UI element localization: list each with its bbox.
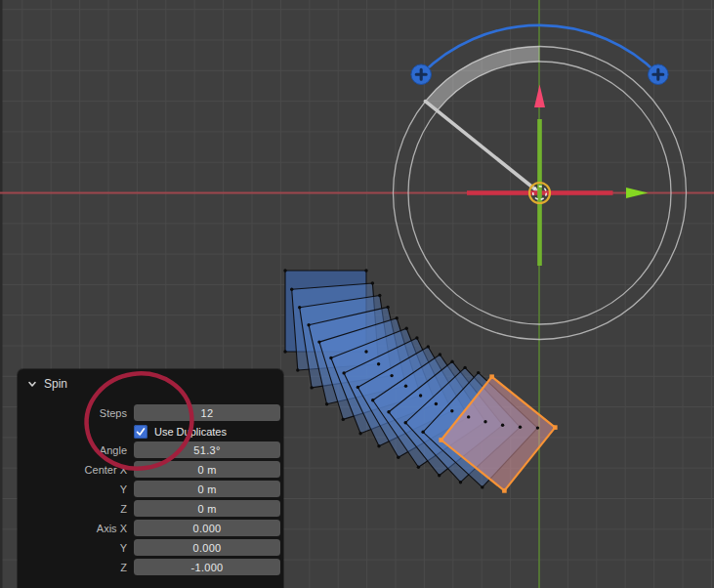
axis-x-field[interactable]: 0.000: [134, 520, 280, 536]
mesh-vertex[interactable]: [397, 456, 399, 459]
mesh-vertex[interactable]: [296, 368, 299, 371]
spin-operator-panel: Spin Steps 12 Use Duplicates Angle: [18, 369, 283, 588]
field-row-axis-z: Z -1.000: [18, 559, 280, 575]
mesh-vertex[interactable]: [317, 340, 320, 343]
center-y-field[interactable]: 0 m: [134, 481, 280, 497]
mesh-vertex[interactable]: [387, 410, 390, 413]
mesh-vertex[interactable]: [519, 426, 522, 429]
mesh-vertex[interactable]: [386, 306, 389, 309]
axis-y-label: Y: [18, 542, 134, 554]
mesh-vertex[interactable]: [329, 357, 332, 359]
mesh-vertex[interactable]: [364, 269, 367, 272]
mesh-vertex[interactable]: [404, 385, 407, 388]
checkmark-icon: [135, 426, 147, 438]
mesh-vertex[interactable]: [419, 394, 422, 397]
spin-panel-header[interactable]: Spin: [18, 369, 283, 391]
mesh-vertex[interactable]: [450, 360, 453, 363]
mesh-vertex[interactable]: [439, 353, 441, 356]
mesh-vertex[interactable]: [427, 345, 430, 348]
chevron-down-icon: [27, 379, 37, 389]
mesh-vertex[interactable]: [438, 474, 441, 477]
mesh-vertex[interactable]: [396, 316, 399, 319]
field-row-angle: Angle 51.3°: [18, 441, 280, 458]
field-row-axis-x: Axis X 0.000: [18, 520, 280, 536]
selected-vertex[interactable]: [439, 438, 443, 442]
mesh-vertex[interactable]: [421, 431, 424, 434]
center-z-label: Z: [18, 503, 134, 515]
mesh-vertex[interactable]: [325, 402, 328, 405]
mesh-vertex[interactable]: [390, 374, 393, 377]
center-y-label: Y: [18, 483, 134, 495]
center-x-label: Center X: [18, 464, 134, 476]
mesh-vertex[interactable]: [371, 399, 374, 401]
mesh-vertex[interactable]: [417, 466, 420, 469]
selected-vertex[interactable]: [502, 488, 507, 493]
mesh-vertex[interactable]: [310, 386, 313, 389]
axis-y-field[interactable]: 0.000: [134, 539, 280, 556]
center-x-field[interactable]: 0 m: [134, 461, 280, 478]
angle-label: Angle: [18, 444, 134, 456]
mesh-vertex[interactable]: [404, 421, 407, 424]
field-row-center-z: Z 0 m: [18, 500, 280, 517]
mesh-vertex[interactable]: [307, 323, 310, 326]
mesh-vertex[interactable]: [415, 336, 418, 339]
use-duplicates-checkbox[interactable]: [134, 425, 147, 439]
field-row-center-y: Y 0 m: [18, 481, 280, 497]
selected-vertex[interactable]: [489, 374, 494, 379]
use-duplicates-label: Use Duplicates: [154, 426, 227, 438]
steps-label: Steps: [18, 407, 134, 419]
panel-title: Spin: [44, 377, 67, 391]
axis-z-field[interactable]: -1.000: [134, 559, 280, 575]
viewport-left-edge: [0, 0, 3, 588]
gizmo-y-shaft: [537, 119, 542, 266]
mesh-vertex[interactable]: [364, 350, 367, 353]
mesh-vertex[interactable]: [501, 424, 504, 427]
mesh-vertex[interactable]: [378, 294, 381, 297]
axis-z-label: Z: [18, 562, 134, 573]
mesh-vertex[interactable]: [342, 371, 345, 374]
selected-vertex[interactable]: [553, 425, 558, 430]
mesh-vertex[interactable]: [477, 371, 480, 374]
blender-viewport: Spin Steps 12 Use Duplicates Angle: [0, 0, 714, 588]
field-row-steps: Steps 12: [18, 404, 280, 421]
mesh-vertex[interactable]: [342, 418, 345, 421]
mesh-vertex[interactable]: [377, 362, 380, 365]
mesh-vertex[interactable]: [377, 444, 380, 447]
mesh-vertex[interactable]: [483, 420, 486, 423]
mesh-vertex[interactable]: [450, 409, 453, 412]
field-row-axis-y: Y 0.000: [18, 539, 280, 556]
mesh-vertex[interactable]: [435, 402, 438, 405]
angle-field[interactable]: 51.3°: [134, 441, 280, 458]
spin-plus-handle-left[interactable]: [411, 64, 432, 85]
mesh-vertex[interactable]: [371, 281, 374, 284]
axis-x-label: Axis X: [18, 523, 134, 534]
mesh-vertex[interactable]: [358, 432, 361, 435]
mesh-vertex[interactable]: [467, 415, 470, 418]
mesh-vertex[interactable]: [481, 485, 483, 488]
use-duplicates-row: Use Duplicates: [18, 425, 280, 439]
spin-plus-handle-right[interactable]: [649, 64, 669, 85]
mesh-vertex[interactable]: [290, 288, 293, 291]
mesh-vertex[interactable]: [357, 386, 359, 389]
mesh-vertex[interactable]: [283, 269, 286, 272]
steps-field[interactable]: 12: [134, 404, 280, 421]
mesh-vertex[interactable]: [283, 350, 286, 353]
mesh-vertex[interactable]: [405, 327, 408, 330]
center-z-field[interactable]: 0 m: [134, 500, 280, 517]
mesh-vertex[interactable]: [459, 481, 462, 483]
field-row-center-x: Center X 0 m: [18, 461, 280, 478]
mesh-vertex[interactable]: [536, 426, 539, 429]
mesh-vertex[interactable]: [463, 366, 466, 369]
mesh-vertex[interactable]: [298, 306, 301, 309]
